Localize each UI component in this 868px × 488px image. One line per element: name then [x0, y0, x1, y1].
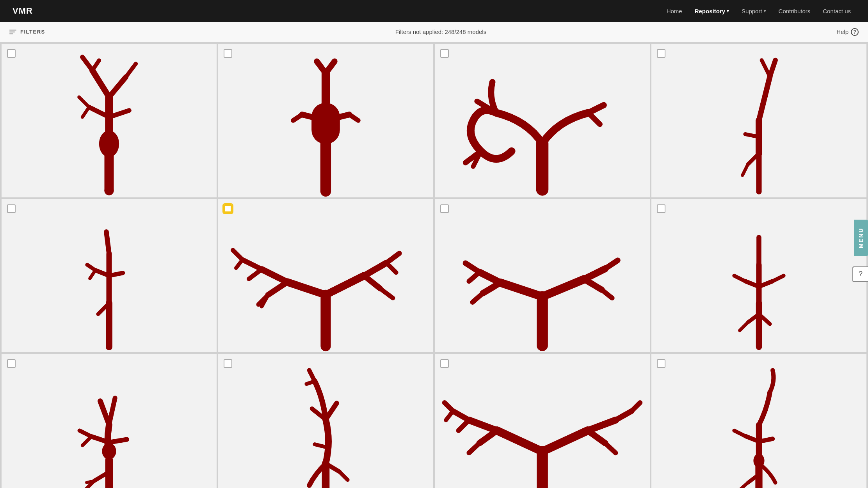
nav-home[interactable]: Home [662, 5, 687, 17]
card-checkbox-10[interactable] [224, 359, 232, 368]
nav-links: Home Repository Support Contributors Con… [662, 5, 856, 17]
card-checkbox-11[interactable] [440, 359, 449, 368]
svg-point-0 [99, 130, 119, 157]
card-checkbox-9[interactable] [7, 359, 16, 368]
model-card-10[interactable] [218, 354, 433, 488]
card-checkbox-12[interactable] [657, 359, 665, 368]
svg-point-1 [105, 186, 114, 195]
filter-status: Filters not applied: 248/248 models [395, 28, 486, 35]
svg-point-4 [753, 454, 764, 468]
nav-repository[interactable]: Repository [690, 5, 734, 17]
model-grid [0, 42, 868, 488]
model-card-12[interactable] [651, 354, 866, 488]
model-card-11[interactable] [435, 354, 650, 488]
card-checkbox-1[interactable] [7, 49, 16, 58]
card-checkbox-3[interactable] [440, 49, 449, 58]
filter-icon [9, 30, 16, 34]
filter-toggle[interactable]: FILTERS [9, 29, 45, 35]
nav-contact[interactable]: Contact us [818, 5, 856, 17]
nav-support[interactable]: Support [737, 5, 771, 17]
nav-contributors[interactable]: Contributors [774, 5, 815, 17]
filter-label: FILTERS [20, 29, 45, 35]
card-checkbox-2[interactable] [224, 49, 232, 58]
model-card-3[interactable] [435, 44, 650, 197]
help-label: Help [836, 28, 848, 35]
navbar: VMR Home Repository Support Contributors… [0, 0, 868, 22]
menu-tab-wrapper: MENU [854, 220, 868, 256]
svg-point-3 [102, 443, 116, 460]
model-card-6[interactable] [218, 199, 433, 353]
model-card-1[interactable] [2, 44, 217, 197]
model-card-9[interactable] [2, 354, 217, 488]
help-icon: ? [851, 28, 859, 36]
filter-bar: FILTERS Filters not applied: 248/248 mod… [0, 22, 868, 42]
menu-tab[interactable]: MENU [854, 220, 868, 256]
card-checkbox-5[interactable] [7, 204, 16, 213]
card-checkbox-4[interactable] [657, 49, 665, 58]
model-card-2[interactable] [218, 44, 433, 197]
brand-logo[interactable]: VMR [12, 6, 33, 16]
model-card-8[interactable] [651, 199, 866, 353]
card-checkbox-6[interactable] [224, 204, 232, 213]
model-card-4[interactable] [651, 44, 866, 197]
card-checkbox-8[interactable] [657, 204, 665, 213]
card-checkbox-7[interactable] [440, 204, 449, 213]
model-card-5[interactable] [2, 199, 217, 353]
help-button[interactable]: Help ? [836, 28, 859, 36]
help-side-icon[interactable]: ? [852, 266, 868, 282]
model-card-7[interactable] [435, 199, 650, 353]
